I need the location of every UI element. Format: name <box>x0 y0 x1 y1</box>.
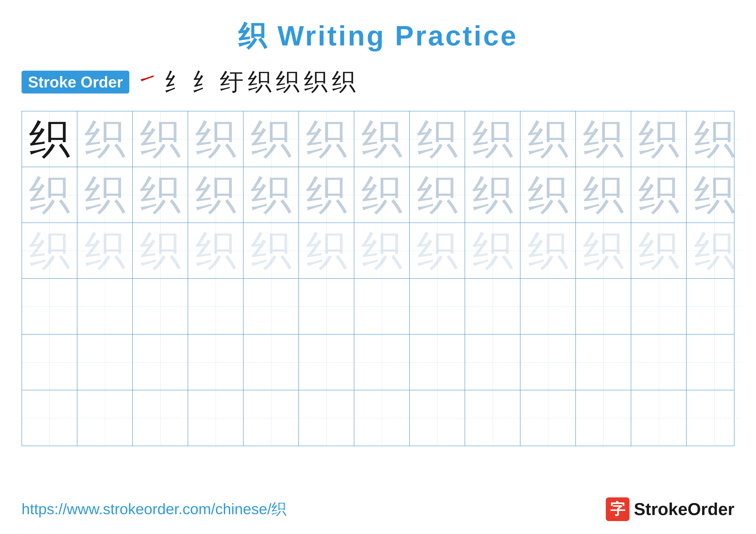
grid-cell-6-12[interactable] <box>631 390 687 446</box>
grid-cell-6-9[interactable] <box>465 390 521 446</box>
grid-cell-5-10[interactable] <box>521 335 576 390</box>
grid-cell-3-12[interactable]: 织 <box>631 223 687 278</box>
stroke-order-row: Stroke Order ㇀ 纟 纟 纡 织 织 织 织 <box>0 55 756 105</box>
grid-cell-1-12[interactable]: 织 <box>631 111 687 167</box>
grid-cell-3-2[interactable]: 织 <box>77 223 133 278</box>
grid-cell-4-4[interactable] <box>188 279 244 334</box>
grid-cell-6-11[interactable] <box>576 390 631 446</box>
grid-cell-2-8[interactable]: 织 <box>410 167 465 222</box>
grid-cell-1-11[interactable]: 织 <box>576 111 631 167</box>
grid-cell-4-9[interactable] <box>465 279 521 334</box>
page-title: 织 Writing Practice <box>0 0 756 55</box>
grid-cell-4-3[interactable] <box>133 279 188 334</box>
grid-cell-2-2[interactable]: 织 <box>77 167 133 222</box>
grid-cell-2-12[interactable]: 织 <box>631 167 687 222</box>
grid-cell-3-8[interactable]: 织 <box>410 223 465 278</box>
grid-cell-1-1[interactable]: 织 <box>22 111 77 167</box>
grid-cell-4-8[interactable] <box>410 279 465 334</box>
grid-cell-5-5[interactable] <box>244 335 299 390</box>
grid-cell-6-5[interactable] <box>244 390 299 446</box>
stroke-char-1: ㇀ <box>136 66 159 98</box>
grid-cell-1-5[interactable]: 织 <box>244 111 299 167</box>
grid-cell-4-13[interactable] <box>687 279 742 334</box>
grid-cell-2-4[interactable]: 织 <box>188 167 244 222</box>
stroke-chars: ㇀ 纟 纟 纡 织 织 织 织 <box>136 66 356 98</box>
grid-cell-2-1[interactable]: 织 <box>22 167 77 222</box>
grid-cell-5-2[interactable] <box>77 335 133 390</box>
grid-cell-3-9[interactable]: 织 <box>465 223 521 278</box>
stroke-char-7: 织 <box>304 66 328 98</box>
grid-cell-6-3[interactable] <box>133 390 188 446</box>
grid-cell-5-7[interactable] <box>354 335 410 390</box>
stroke-order-badge: Stroke Order <box>21 71 129 93</box>
strokeorder-icon: 字 <box>606 497 630 521</box>
grid-cell-6-8[interactable] <box>410 390 465 446</box>
grid-cell-6-6[interactable] <box>299 390 354 446</box>
footer-url[interactable]: https://www.strokeorder.com/chinese/织 <box>21 499 286 519</box>
grid-cell-2-13[interactable]: 织 <box>687 167 742 222</box>
grid-cell-2-5[interactable]: 织 <box>244 167 299 222</box>
grid-row-1: 织 织 织 织 织 织 织 织 织 织 织 织 织 <box>22 111 734 167</box>
grid-row-3: 织 织 织 织 织 织 织 织 织 织 织 织 织 <box>22 223 734 279</box>
grid-cell-4-5[interactable] <box>244 279 299 334</box>
practice-grid: 织 织 织 织 织 织 织 织 织 织 织 织 织 织 织 织 织 织 织 织 … <box>21 111 735 446</box>
grid-cell-5-12[interactable] <box>631 335 687 390</box>
grid-row-6 <box>22 390 734 446</box>
grid-cell-3-5[interactable]: 织 <box>244 223 299 278</box>
grid-cell-2-10[interactable]: 织 <box>521 167 576 222</box>
grid-cell-6-7[interactable] <box>354 390 410 446</box>
char-main: 织 <box>29 119 70 160</box>
grid-cell-5-9[interactable] <box>465 335 521 390</box>
grid-cell-6-13[interactable] <box>687 390 742 446</box>
grid-cell-5-1[interactable] <box>22 335 77 390</box>
grid-row-5 <box>22 335 734 390</box>
grid-cell-4-1[interactable] <box>22 279 77 334</box>
grid-cell-4-12[interactable] <box>631 279 687 334</box>
grid-cell-2-3[interactable]: 织 <box>133 167 188 222</box>
grid-cell-2-6[interactable]: 织 <box>299 167 354 222</box>
grid-cell-1-7[interactable]: 织 <box>354 111 410 167</box>
grid-cell-3-3[interactable]: 织 <box>133 223 188 278</box>
grid-cell-2-9[interactable]: 织 <box>465 167 521 222</box>
footer: https://www.strokeorder.com/chinese/织 字 … <box>21 497 735 521</box>
grid-cell-4-6[interactable] <box>299 279 354 334</box>
grid-cell-6-1[interactable] <box>22 390 77 446</box>
grid-cell-3-4[interactable]: 织 <box>188 223 244 278</box>
grid-cell-5-6[interactable] <box>299 335 354 390</box>
stroke-char-4: 纡 <box>220 66 244 98</box>
grid-cell-1-6[interactable]: 织 <box>299 111 354 167</box>
stroke-char-3: 纟 <box>192 66 216 98</box>
grid-cell-3-13[interactable]: 织 <box>687 223 742 278</box>
grid-cell-1-2[interactable]: 织 <box>77 111 133 167</box>
grid-cell-3-6[interactable]: 织 <box>299 223 354 278</box>
grid-cell-4-11[interactable] <box>576 279 631 334</box>
grid-cell-1-10[interactable]: 织 <box>521 111 576 167</box>
grid-cell-5-11[interactable] <box>576 335 631 390</box>
grid-cell-4-2[interactable] <box>77 279 133 334</box>
grid-cell-6-2[interactable] <box>77 390 133 446</box>
grid-cell-5-8[interactable] <box>410 335 465 390</box>
grid-cell-6-10[interactable] <box>521 390 576 446</box>
stroke-char-2: 纟 <box>164 66 187 98</box>
grid-cell-1-8[interactable]: 织 <box>410 111 465 167</box>
grid-cell-5-4[interactable] <box>188 335 244 390</box>
grid-cell-5-13[interactable] <box>687 335 742 390</box>
grid-cell-1-13[interactable]: 织 <box>687 111 742 167</box>
grid-cell-3-11[interactable]: 织 <box>576 223 631 278</box>
grid-cell-3-1[interactable]: 织 <box>22 223 77 278</box>
footer-brand: 字 StrokeOrder <box>606 497 735 521</box>
grid-cell-1-9[interactable]: 织 <box>465 111 521 167</box>
grid-cell-2-7[interactable]: 织 <box>354 167 410 222</box>
grid-cell-4-10[interactable] <box>521 279 576 334</box>
grid-cell-1-3[interactable]: 织 <box>133 111 188 167</box>
footer-brand-name: StrokeOrder <box>634 499 735 519</box>
stroke-char-6: 织 <box>276 66 300 98</box>
grid-cell-2-11[interactable]: 织 <box>576 167 631 222</box>
grid-cell-3-7[interactable]: 织 <box>354 223 410 278</box>
grid-cell-5-3[interactable] <box>133 335 188 390</box>
grid-cell-3-10[interactable]: 织 <box>521 223 576 278</box>
grid-cell-1-4[interactable]: 织 <box>188 111 244 167</box>
grid-row-4 <box>22 279 734 335</box>
grid-cell-6-4[interactable] <box>188 390 244 446</box>
grid-cell-4-7[interactable] <box>354 279 410 334</box>
